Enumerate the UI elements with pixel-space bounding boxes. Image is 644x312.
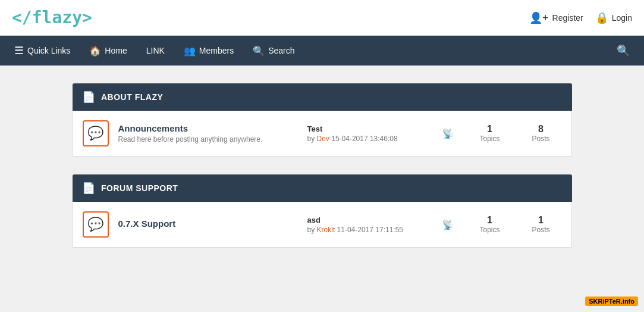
forum-name-announcements[interactable]: Announcements — [118, 123, 189, 133]
topics-stats: 1 Topics — [469, 124, 511, 143]
main-content: 📄 ABOUT FLAZY 💬 Announcements Read here … — [67, 83, 578, 248]
last-post-meta-2: by Krokit 11-04-2017 17:11:55 — [307, 226, 426, 234]
last-post-title-2: asd — [307, 216, 426, 224]
topics-label: Topics — [469, 135, 511, 143]
last-post-date-2: 11-04-2017 17:11:55 — [337, 226, 403, 234]
last-post-by: by — [307, 135, 315, 143]
main-nav: ☰ Quick Links 🏠 Home LINK 👥 Members 🔍 Se… — [0, 36, 644, 65]
forum-info-announcements: Announcements Read here before posting a… — [118, 123, 298, 143]
posts-label: Posts — [520, 135, 562, 143]
nav-left: ☰ Quick Links 🏠 Home LINK 👥 Members 🔍 Se… — [6, 39, 303, 62]
topics-count: 1 — [469, 124, 511, 135]
section-header-support: 📄 FORUM SUPPORT — [73, 174, 572, 202]
top-bar: </flazy> 👤+ Register 🔒 Login — [0, 0, 644, 36]
last-post-by-2: by — [307, 226, 315, 234]
topics-count-2: 1 — [469, 215, 511, 226]
posts-stats: 8 Posts — [520, 124, 562, 143]
posts-stats-2: 1 Posts — [520, 215, 562, 234]
nav-right: 🔍 — [608, 44, 638, 57]
posts-count-2: 1 — [520, 215, 562, 226]
section-title-about: ABOUT FLAZY — [101, 92, 163, 102]
site-logo: </flazy> — [12, 8, 92, 27]
last-post-support: asd by Krokit 11-04-2017 17:11:55 — [307, 216, 426, 234]
section-header-about: 📄 ABOUT FLAZY — [73, 83, 572, 111]
nav-link[interactable]: LINK — [138, 41, 173, 60]
members-icon: 👥 — [184, 45, 196, 57]
home-label: Home — [105, 46, 127, 55]
section-title-support: FORUM SUPPORT — [101, 183, 178, 193]
register-link[interactable]: 👤+ Register — [529, 11, 583, 24]
last-post-date: 15-04-2017 13:46:08 — [331, 135, 397, 143]
search-label: Search — [268, 46, 294, 55]
nav-home[interactable]: 🏠 Home — [81, 40, 135, 61]
home-icon: 🏠 — [89, 45, 101, 57]
last-post-author[interactable]: Dev — [317, 135, 329, 143]
doc-icon: 📄 — [82, 91, 96, 104]
doc-icon-2: 📄 — [82, 182, 96, 195]
forum-name-support[interactable]: 0.7.X Support — [118, 219, 176, 229]
posts-count: 8 — [520, 124, 562, 135]
nav-quicklinks[interactable]: ☰ Quick Links — [6, 39, 78, 62]
search-nav-icon: 🔍 — [253, 45, 265, 57]
topics-label-2: Topics — [469, 226, 511, 234]
last-post-meta: by Dev 15-04-2017 13:46:08 — [307, 135, 426, 143]
topics-stats-2: 1 Topics — [469, 215, 511, 234]
search-icon-button[interactable]: 🔍 — [608, 40, 638, 61]
chat-icon-2: 💬 — [87, 217, 103, 232]
add-user-icon: 👤+ — [529, 11, 549, 24]
posts-label-2: Posts — [520, 226, 562, 234]
last-post-author-2[interactable]: Krokit — [317, 226, 335, 234]
login-label: Login — [612, 13, 632, 23]
last-post-announcements: Test by Dev 15-04-2017 13:46:08 — [307, 124, 426, 143]
quicklinks-label: Quick Links — [27, 46, 70, 55]
chat-icon: 💬 — [87, 126, 103, 141]
forum-info-support: 0.7.X Support — [118, 219, 298, 230]
section-about-flazy: 📄 ABOUT FLAZY 💬 Announcements Read here … — [73, 83, 572, 157]
forum-row-support: 💬 0.7.X Support asd by Krokit 11-04-2017… — [73, 202, 572, 248]
login-link[interactable]: 🔒 Login — [595, 11, 632, 24]
lock-icon: 🔒 — [595, 11, 608, 24]
section-forum-support: 📄 FORUM SUPPORT 💬 0.7.X Support asd by K… — [73, 174, 572, 248]
register-label: Register — [552, 13, 583, 23]
nav-members[interactable]: 👥 Members — [175, 40, 242, 61]
forum-description-announcements: Read here before posting anything anywhe… — [118, 135, 298, 143]
last-post-title: Test — [307, 124, 426, 133]
members-label: Members — [199, 46, 234, 55]
hamburger-icon: ☰ — [14, 44, 24, 57]
rss-icon: 📡 — [442, 128, 454, 139]
nav-search[interactable]: 🔍 Search — [244, 40, 303, 61]
top-bar-right: 👤+ Register 🔒 Login — [529, 11, 632, 24]
rss-icon-2: 📡 — [442, 219, 454, 230]
forum-icon-box-2: 💬 — [83, 211, 109, 238]
link-label: LINK — [146, 46, 165, 55]
forum-row-announcements: 💬 Announcements Read here before posting… — [73, 111, 572, 157]
forum-icon-box: 💬 — [83, 120, 109, 146]
